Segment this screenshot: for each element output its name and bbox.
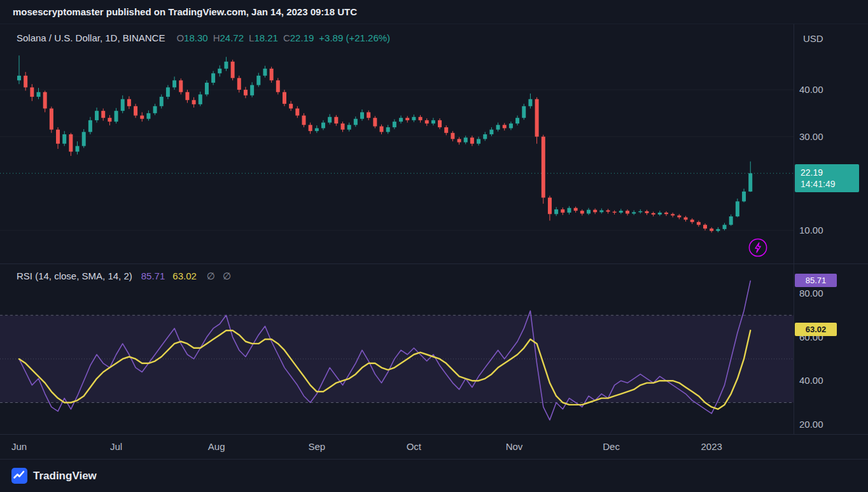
open-value: 18.30 xyxy=(184,32,208,43)
price-scale-label: 10.00 xyxy=(799,225,823,235)
tradingview-logo-text: TradingView xyxy=(33,470,97,482)
change-value: +3.89 (+21.26%) xyxy=(319,32,390,43)
current-price-badge: 22.19 14:41:49 xyxy=(795,164,859,192)
rsi-scale-label: 80.00 xyxy=(799,288,823,299)
publish-info: mosescryptomaster published on TradingVi… xyxy=(13,6,357,17)
low-value: 18.21 xyxy=(254,32,278,43)
pane-separator[interactable] xyxy=(0,264,868,264)
rsi-scale-label: 20.00 xyxy=(799,419,823,430)
symbol-title[interactable]: Solana / U.S. Dollar, 1D, BINANCE xyxy=(17,32,165,43)
rsi-value: 85.71 xyxy=(141,271,165,281)
time-axis-label: Sep xyxy=(308,441,325,452)
rsi-chart-canvas[interactable] xyxy=(0,264,794,435)
boost-circle xyxy=(749,239,766,256)
tradingview-logo-icon xyxy=(11,468,27,484)
time-axis-label: Nov xyxy=(506,441,523,452)
close-label: C xyxy=(283,32,290,43)
rsi-ma-value: 63.02 xyxy=(172,271,197,281)
rsi-legend-title[interactable]: RSI (14, close, SMA, 14, 2) xyxy=(17,271,132,281)
time-axis-label: Aug xyxy=(208,441,225,452)
rsi-ma-badge: 63.02 xyxy=(795,323,837,336)
footer-bar: TradingView xyxy=(0,460,868,492)
time-axis-label: Jul xyxy=(110,441,122,452)
price-scale-border[interactable] xyxy=(794,24,794,435)
price-legend: Solana / U.S. Dollar, 1D, BINANCEO18.30H… xyxy=(17,32,390,43)
time-axis-label: Oct xyxy=(407,441,421,452)
close-value: 22.19 xyxy=(290,32,314,43)
price-scale-label: 40.00 xyxy=(799,84,823,95)
rsi-scale-label: 40.00 xyxy=(799,375,823,386)
rsi-legend: RSI (14, close, SMA, 14, 2)85.7163.02∅ ∅ xyxy=(17,271,234,282)
high-label: H xyxy=(213,32,220,43)
open-label: O xyxy=(176,32,184,43)
high-value: 24.72 xyxy=(220,32,244,43)
boost-lightning-button[interactable] xyxy=(747,237,769,258)
time-axis-label: Jun xyxy=(11,441,27,452)
time-axis[interactable]: JunJulAugSepOctNovDec2023 xyxy=(0,435,794,460)
current-price-value: 22.19 xyxy=(801,167,859,178)
publish-header: mosescryptomaster published on TradingVi… xyxy=(0,0,868,24)
time-axis-label: 2023 xyxy=(701,441,722,452)
tradingview-snapshot: mosescryptomaster published on TradingVi… xyxy=(0,0,868,492)
rsi-legend-null-icons: ∅ ∅ xyxy=(207,271,234,281)
time-axis-label: Dec xyxy=(603,441,620,452)
price-scale-currency: USD xyxy=(803,33,823,44)
bar-countdown: 14:41:49 xyxy=(801,178,859,190)
tradingview-logo[interactable]: TradingView xyxy=(11,468,97,484)
rsi-value-badge: 85.71 xyxy=(795,274,837,287)
lightning-icon xyxy=(755,243,760,253)
price-chart-canvas[interactable] xyxy=(0,24,794,264)
price-scale-label: 30.00 xyxy=(799,131,823,142)
time-axis-separator xyxy=(0,434,868,435)
